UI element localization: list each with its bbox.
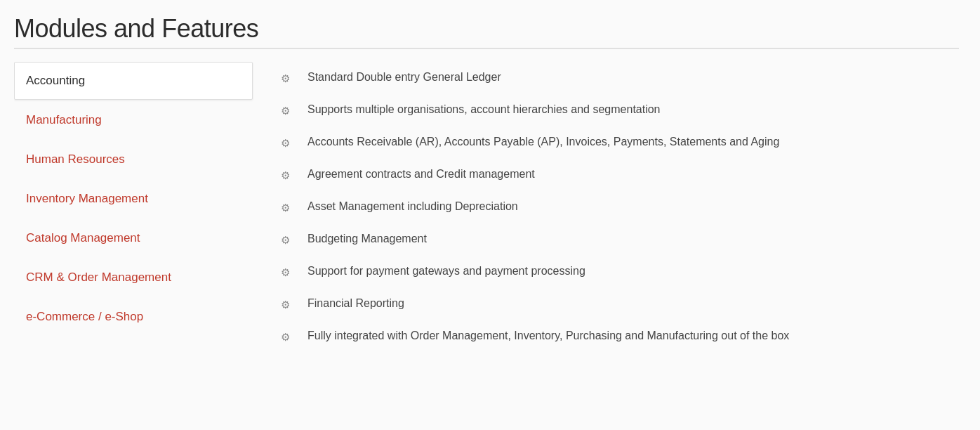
content-area: AccountingManufacturingHuman ResourcesIn… (14, 62, 959, 416)
feature-cog-icon (281, 297, 300, 313)
feature-cog-icon (281, 103, 300, 119)
page-title: Modules and Features (14, 14, 959, 44)
main-content: Standard Double entry General LedgerSupp… (260, 62, 959, 416)
feature-cog-icon (281, 70, 300, 87)
feature-cog-icon (281, 167, 300, 184)
feature-cog-icon (281, 200, 300, 216)
feature-cog-icon (281, 135, 300, 152)
feature-text: Fully integrated with Order Management, … (307, 327, 959, 344)
feature-list: Standard Double entry General LedgerSupp… (281, 62, 959, 353)
feature-text: Agreement contracts and Credit managemen… (307, 166, 959, 183)
sidebar-item-accounting[interactable]: Accounting (14, 62, 253, 100)
sidebar-item-crm-order-management[interactable]: CRM & Order Management (14, 259, 253, 297)
sidebar-item-ecommerce[interactable]: e-Commerce / e-Shop (14, 298, 253, 336)
feature-text: Financial Reporting (307, 295, 959, 312)
feature-text: Supports multiple organisations, account… (307, 101, 959, 118)
sidebar-item-inventory-management[interactable]: Inventory Management (14, 180, 253, 218)
sidebar-item-human-resources[interactable]: Human Resources (14, 141, 253, 178)
feature-item-f1: Standard Double entry General Ledger (281, 62, 959, 94)
feature-cog-icon (281, 264, 300, 281)
feature-text: Budgeting Management (307, 230, 959, 247)
feature-item-f3: Accounts Receivable (AR), Accounts Payab… (281, 126, 959, 159)
feature-item-f6: Budgeting Management (281, 223, 959, 256)
feature-text: Support for payment gateways and payment… (307, 263, 959, 280)
feature-item-f8: Financial Reporting (281, 288, 959, 320)
feature-item-f9: Fully integrated with Order Management, … (281, 320, 959, 353)
feature-cog-icon (281, 232, 300, 249)
sidebar-item-catalog-management[interactable]: Catalog Management (14, 219, 253, 257)
feature-item-f5: Asset Management including Depreciation (281, 191, 959, 223)
feature-item-f7: Support for payment gateways and payment… (281, 256, 959, 288)
feature-cog-icon (281, 329, 300, 346)
page-header: Modules and Features (14, 14, 959, 49)
sidebar-item-manufacturing[interactable]: Manufacturing (14, 101, 253, 139)
sidebar: AccountingManufacturingHuman ResourcesIn… (14, 62, 260, 416)
feature-item-f4: Agreement contracts and Credit managemen… (281, 159, 959, 191)
header-divider (14, 48, 959, 49)
feature-item-f2: Supports multiple organisations, account… (281, 94, 959, 126)
feature-text: Asset Management including Depreciation (307, 198, 959, 215)
feature-text: Standard Double entry General Ledger (307, 69, 959, 86)
feature-text: Accounts Receivable (AR), Accounts Payab… (307, 133, 959, 150)
page-container: Modules and Features AccountingManufactu… (0, 0, 980, 430)
